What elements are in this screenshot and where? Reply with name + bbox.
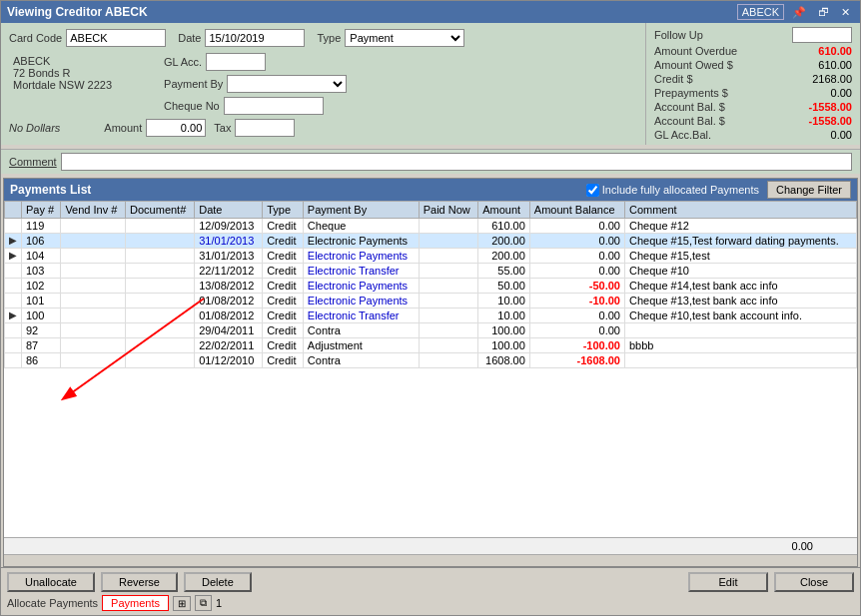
payments-tbody: 11912/09/2013CreditCheque610.000.00Chequ… [5, 219, 857, 368]
copy-icon[interactable]: ⧉ [195, 595, 212, 611]
comment-row: Comment [1, 149, 860, 174]
payments-tab[interactable]: Payments [102, 595, 169, 611]
doc-cell [126, 249, 195, 264]
pay-cell: 86 [22, 353, 61, 368]
pay-cell: 102 [22, 279, 61, 294]
account-bal1-row: Account Bal. $ -1558.00 [654, 101, 852, 113]
balance-cell: -1608.00 [529, 353, 624, 368]
date-cell: 29/04/2011 [195, 323, 263, 338]
change-filter-button[interactable]: Change Filter [767, 181, 851, 199]
payments-list-title: Payments List [10, 183, 91, 197]
edit-button[interactable]: Edit [688, 572, 768, 592]
tax-input[interactable] [235, 119, 295, 137]
restore-button[interactable]: 🗗 [814, 5, 833, 19]
date-cell: 01/08/2012 [195, 294, 263, 308]
delete-button[interactable]: Delete [184, 572, 252, 592]
balance-cell: -100.00 [529, 338, 624, 353]
date-cell: 01/12/2010 [195, 353, 263, 368]
form-row-1: Card Code Date Type Payment [9, 29, 637, 47]
reverse-button[interactable]: Reverse [101, 572, 178, 592]
comment-cell: Cheque #13,test bank acc info [624, 294, 856, 308]
vend-cell [61, 294, 126, 308]
date-cell: 31/01/2013 [195, 234, 263, 249]
vend-cell [61, 308, 126, 323]
pin-button[interactable]: 📌 [788, 5, 810, 20]
type-cell: Credit [263, 219, 304, 234]
cheque-no-input[interactable] [224, 97, 324, 115]
pay-cell: 101 [22, 294, 61, 308]
account-bal2-row: Account Bal. $ -1558.00 [654, 115, 852, 127]
follow-up-row: Follow Up [654, 27, 852, 43]
comment-cell: Cheque #12 [624, 219, 856, 234]
credit-value: 2168.00 [792, 73, 852, 85]
vend-cell [61, 338, 126, 353]
pay-cell: 119 [22, 219, 61, 234]
paid-now-cell [419, 338, 477, 353]
col-date: Date [195, 202, 263, 219]
vend-cell [61, 234, 126, 249]
date-label: Date [178, 32, 201, 44]
table-row[interactable]: 8722/02/2011CreditAdjustment100.00-100.0… [5, 338, 857, 353]
dollars-row: No Dollars Amount Tax [9, 119, 637, 137]
doc-cell [126, 294, 195, 308]
doc-cell [126, 338, 195, 353]
amount-cell: 200.00 [478, 234, 530, 249]
table-row[interactable]: 10213/08/2012CreditElectronic Payments50… [5, 279, 857, 294]
paid-now-cell [419, 219, 477, 234]
close-button[interactable]: ✕ [837, 5, 854, 20]
comment-label: Comment [9, 156, 57, 168]
expand-cell [5, 294, 22, 308]
table-row[interactable]: ▶10001/08/2012CreditElectronic Transfer1… [5, 308, 857, 323]
close-button-bottom[interactable]: Close [774, 572, 854, 592]
date-cell: 13/08/2012 [195, 279, 263, 294]
vend-cell [61, 279, 126, 294]
amount-owed-row: Amount Owed $ 610.00 [654, 59, 852, 71]
doc-cell [126, 353, 195, 368]
type-select[interactable]: Payment [345, 29, 464, 47]
payments-table: Pay # Vend Inv # Document# Date Type Pay… [4, 201, 857, 368]
table-row[interactable]: ▶10631/01/2013CreditElectronic Payments2… [5, 234, 857, 249]
comment-cell [624, 353, 856, 368]
paid-now-cell [419, 353, 477, 368]
payment-by-cell: Electronic Payments [303, 249, 419, 264]
comment-cell [624, 323, 856, 338]
include-checkbox[interactable] [586, 184, 599, 197]
follow-up-input[interactable] [792, 27, 852, 43]
title-controls: ABECK 📌 🗗 ✕ [737, 4, 854, 20]
table-row[interactable]: 11912/09/2013CreditCheque610.000.00Chequ… [5, 219, 857, 234]
gl-acc-input[interactable] [206, 53, 266, 71]
date-cell: 31/01/2013 [195, 249, 263, 264]
pay-cell: 106 [22, 234, 61, 249]
table-row[interactable]: 10322/11/2012CreditElectronic Transfer55… [5, 264, 857, 279]
amount-input[interactable] [146, 119, 206, 137]
comment-input[interactable] [61, 153, 852, 171]
right-panel: Follow Up Amount Overdue 610.00 Amount O… [645, 23, 860, 145]
table-row[interactable]: 9229/04/2011CreditContra100.000.00 [5, 323, 857, 338]
table-row[interactable]: 8601/12/2010CreditContra1608.00-1608.00 [5, 353, 857, 368]
table-row[interactable]: 10101/08/2012CreditElectronic Payments10… [5, 294, 857, 308]
card-code-input[interactable] [66, 29, 166, 47]
amount-overdue-row: Amount Overdue 610.00 [654, 45, 852, 57]
include-checkbox-label[interactable]: Include fully allocated Payments [586, 184, 759, 197]
gl-acc-bal-label: GL Acc.Bal. [654, 129, 711, 141]
payment-by-cell: Contra [303, 323, 419, 338]
table-header-row: Pay # Vend Inv # Document# Date Type Pay… [5, 202, 857, 219]
amount-cell: 610.00 [478, 219, 530, 234]
comment-cell: bbbb [624, 338, 856, 353]
scrollbar-area[interactable] [4, 554, 857, 566]
paid-now-cell [419, 264, 477, 279]
col-amount-balance: Amount Balance [529, 202, 624, 219]
unallocate-button[interactable]: Unallocate [7, 572, 95, 592]
amount-cell: 10.00 [478, 308, 530, 323]
balance-cell: -10.00 [529, 294, 624, 308]
payment-by-select[interactable] [227, 75, 347, 93]
date-input[interactable] [205, 29, 305, 47]
col-payment-by: Payment By [303, 202, 419, 219]
payments-table-container[interactable]: Pay # Vend Inv # Document# Date Type Pay… [4, 201, 857, 537]
table-row[interactable]: ▶10431/01/2013CreditElectronic Payments2… [5, 249, 857, 264]
footer-value: 0.00 [792, 540, 853, 552]
pay-cell: 104 [22, 249, 61, 264]
table-icon[interactable]: ⊞ [173, 596, 191, 611]
amount-overdue-value: 610.00 [792, 45, 852, 57]
doc-cell [126, 264, 195, 279]
